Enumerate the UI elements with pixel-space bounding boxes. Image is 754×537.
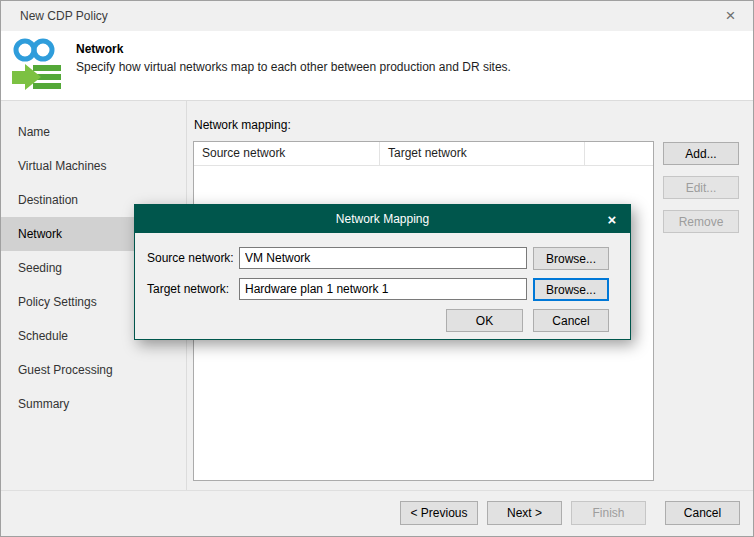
footer-divider	[1, 490, 753, 491]
finish-button[interactable]: Finish	[571, 501, 646, 525]
source-network-label: Source network:	[147, 251, 234, 265]
add-button[interactable]: Add...	[663, 142, 739, 165]
target-network-input[interactable]	[239, 278, 527, 300]
sidebar-item-guest-processing[interactable]: Guest Processing	[1, 353, 186, 387]
window-titlebar[interactable]: New CDP Policy ×	[1, 1, 753, 31]
column-header-filler	[585, 142, 653, 166]
target-browse-button[interactable]: Browse...	[533, 278, 609, 301]
network-mapping-label: Network mapping:	[194, 118, 291, 132]
new-cdp-policy-window: New CDP Policy × Network Specify how vir…	[0, 0, 754, 537]
cdp-policy-icon	[10, 35, 68, 93]
column-header-source-network[interactable]: Source network	[194, 142, 380, 166]
table-header-row: Source network Target network	[194, 142, 653, 166]
source-browse-button[interactable]: Browse...	[533, 247, 609, 270]
dialog-close-icon[interactable]: ×	[600, 205, 624, 233]
window-title: New CDP Policy	[20, 9, 108, 23]
source-network-input[interactable]	[239, 247, 527, 269]
network-mapping-dialog: Network Mapping × Source network: Browse…	[134, 204, 631, 340]
next-button[interactable]: Next >	[487, 501, 562, 525]
target-network-label: Target network:	[147, 282, 229, 296]
dialog-title: Network Mapping	[135, 205, 630, 233]
dialog-titlebar[interactable]: Network Mapping ×	[135, 205, 630, 233]
ok-button[interactable]: OK	[446, 309, 523, 332]
column-header-target-network[interactable]: Target network	[380, 142, 585, 166]
window-close-icon[interactable]: ×	[708, 1, 753, 31]
edit-button[interactable]: Edit...	[663, 176, 739, 199]
sidebar-item-name[interactable]: Name	[1, 115, 186, 149]
sidebar-item-virtual-machines[interactable]: Virtual Machines	[1, 149, 186, 183]
remove-button[interactable]: Remove	[663, 210, 739, 233]
sidebar-item-summary[interactable]: Summary	[1, 387, 186, 421]
previous-button[interactable]: < Previous	[400, 501, 478, 525]
wizard-cancel-button[interactable]: Cancel	[665, 501, 740, 525]
dialog-cancel-button[interactable]: Cancel	[533, 309, 609, 332]
wizard-header: Network Specify how virtual networks map…	[1, 31, 753, 101]
step-description: Specify how virtual networks map to each…	[76, 60, 511, 74]
step-title: Network	[76, 42, 123, 56]
